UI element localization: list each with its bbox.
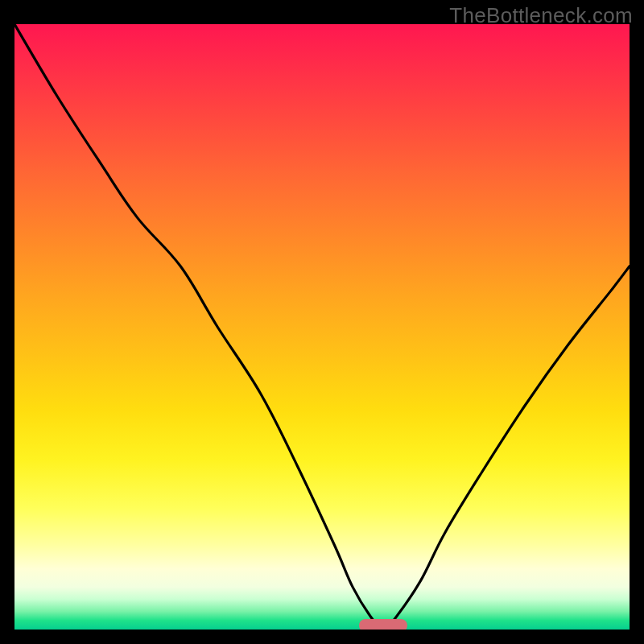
curve-layer — [14, 24, 630, 630]
chart-frame: TheBottleneck.com — [0, 0, 644, 644]
min-marker — [359, 619, 407, 630]
watermark-text: TheBottleneck.com — [449, 3, 633, 28]
bottleneck-curve — [14, 24, 630, 630]
plot-area — [14, 24, 630, 630]
